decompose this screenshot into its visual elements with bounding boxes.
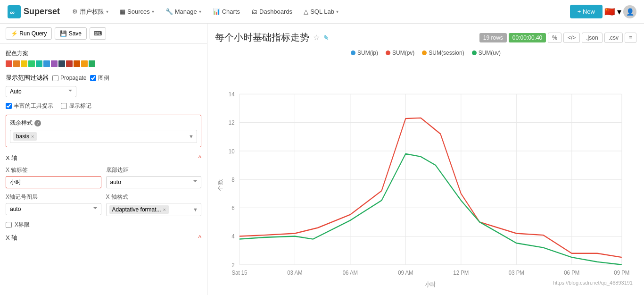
keyboard-button[interactable]: ⌨ [90, 27, 106, 40]
x-tick-group: X轴记号图层 auto [6, 193, 101, 216]
bottom-margin-select[interactable]: auto [106, 176, 202, 188]
new-button[interactable]: + New [570, 5, 603, 18]
color-swatch[interactable] [21, 60, 27, 67]
x-label-input[interactable] [6, 176, 101, 188]
auto-select[interactable]: Auto [6, 86, 76, 97]
time-badge: 00:00:00.40 [509, 33, 546, 42]
legend-dot-session [422, 51, 427, 55]
x-bound-checkbox[interactable] [6, 222, 12, 228]
x-axis-collapse-button[interactable]: ^ [198, 154, 201, 162]
show-markers-checkbox[interactable] [61, 103, 67, 109]
x-format-input[interactable]: Adaptative format... × ▼ [106, 203, 202, 216]
x-label-group: X 轴标签 [6, 166, 101, 188]
chart-actions: 19 rows 00:00:00.40 % </> .json .csv ≡ [479, 33, 636, 43]
rich-tooltip-checkbox[interactable] [6, 103, 12, 109]
code-button[interactable]: </> [563, 33, 580, 43]
nav-item-sqllab[interactable]: △ SQL Lab ▾ [299, 5, 343, 18]
legend-checkbox[interactable] [90, 75, 96, 81]
color-swatch[interactable] [89, 60, 95, 67]
rich-tooltip-text: 丰富的工具提示 [14, 102, 53, 110]
menu-button[interactable]: ≡ [625, 33, 636, 43]
nav-item-userperms[interactable]: ⚙ 用户权限 ▾ [67, 5, 113, 19]
filter-tag-title-row: 残余样式 ? [10, 119, 197, 127]
logo-text: Superset [24, 7, 60, 17]
svg-text:03 PM: 03 PM [509, 270, 524, 277]
color-swatch[interactable] [36, 60, 42, 67]
legend-label-session: SUM(session) [429, 50, 464, 56]
x-format-row: X轴记号图层 auto X 轴格式 Adaptative format... × [6, 193, 201, 216]
x-tick-select[interactable]: auto [6, 203, 101, 215]
color-swatch[interactable] [81, 60, 88, 67]
color-swatch[interactable] [51, 60, 58, 67]
x-format-value: Adaptative format... [112, 206, 161, 213]
legend-item-ip: SUM(ip) [351, 50, 378, 56]
checkbox-row: 丰富的工具提示 显示标记 [6, 102, 201, 110]
color-swatch[interactable] [74, 60, 80, 67]
svg-text:∞: ∞ [10, 8, 15, 16]
propagate-checkbox-label[interactable]: Propagate [52, 75, 86, 81]
filter-tag-title: 残余样式 [10, 119, 33, 127]
x-axis-header: X 轴 ^ [6, 154, 201, 162]
color-swatch[interactable] [43, 60, 50, 67]
basis-tag: basis × [13, 132, 37, 141]
auto-select-row: Auto [6, 86, 201, 97]
svg-text:小时: 小时 [425, 281, 436, 287]
color-swatch[interactable] [66, 60, 73, 67]
manage-icon: 🔧 [165, 8, 173, 15]
nav-label-dashboards: Dashboards [259, 8, 292, 15]
svg-text:12: 12 [229, 119, 235, 126]
svg-text:14: 14 [229, 91, 235, 98]
percent-button[interactable]: % [548, 33, 561, 43]
legend-label-text: 图例 [98, 74, 109, 82]
svg-text:10: 10 [229, 148, 235, 155]
sources-icon: ▦ [120, 8, 125, 15]
userperms-icon: ⚙ [72, 8, 78, 15]
x-zhou-collapse-button[interactable]: ^ [198, 234, 201, 242]
chevron-down-icon: ▾ [336, 9, 339, 14]
chevron-down-icon: ▾ [106, 9, 108, 14]
watermark: https://blog.csdn.net/qq_46893191 [553, 280, 633, 286]
svg-text:个数: 个数 [217, 179, 223, 191]
color-swatch[interactable] [13, 60, 20, 67]
color-swatch[interactable] [6, 60, 12, 67]
dashboards-icon: 🗂 [251, 8, 257, 15]
nav-item-charts[interactable]: 📊 Charts [208, 5, 245, 18]
run-query-button[interactable]: ⚡ Run Query [6, 27, 52, 40]
tag-input[interactable]: basis × ▼ [10, 130, 197, 143]
propagate-checkbox[interactable] [52, 75, 58, 81]
logo: ∞ Superset [8, 5, 60, 18]
tag-dropdown-icon[interactable]: ▼ [189, 134, 194, 139]
legend-dot-pv [386, 51, 390, 55]
x-format-dropdown-icon[interactable]: ▼ [193, 207, 198, 212]
chart-title: 每个小时基础指标走势 [215, 31, 309, 44]
right-panel: 每个小时基础指标走势 ☆ ✎ 19 rows 00:00:00.40 % </>… [207, 24, 644, 295]
svg-text:03 AM: 03 AM [287, 270, 302, 277]
show-markers-label[interactable]: 显示标记 [61, 102, 91, 110]
user-avatar[interactable]: 👤 [623, 5, 636, 18]
json-button[interactable]: .json [582, 33, 602, 43]
legend-label-uv: SUM(uv) [479, 50, 501, 56]
color-swatches [6, 60, 201, 67]
tag-close-icon[interactable]: × [31, 134, 34, 139]
csv-button[interactable]: .csv [604, 33, 623, 43]
legend-label-ip: SUM(ip) [357, 50, 378, 56]
nav-item-dashboards[interactable]: 🗂 Dashboards [247, 5, 297, 18]
rich-tooltip-label[interactable]: 丰富的工具提示 [6, 102, 53, 110]
svg-text:09 AM: 09 AM [398, 270, 413, 277]
nav-item-sources[interactable]: ▦ Sources ▾ [115, 5, 159, 18]
sqllab-icon: △ [304, 8, 308, 15]
language-flag[interactable]: 🇨🇳 ▾ [604, 7, 621, 17]
star-icon[interactable]: ☆ [313, 33, 320, 42]
x-axis-title: X 轴 [6, 154, 17, 162]
bottom-margin-label: 底部边距 [106, 166, 202, 174]
nav-label-sqllab: SQL Lab [310, 8, 334, 15]
edit-icon[interactable]: ✎ [323, 34, 329, 42]
save-button[interactable]: 💾 Save [55, 27, 87, 40]
nav-item-manage[interactable]: 🔧 Manage ▾ [161, 5, 206, 18]
nav-label-charts: Charts [222, 8, 240, 15]
x-format-close-icon[interactable]: × [163, 207, 166, 212]
color-swatch[interactable] [58, 60, 65, 67]
color-swatch[interactable] [28, 60, 35, 67]
legend-checkbox-label[interactable]: 图例 [90, 74, 109, 82]
color-scheme-label: 配色方案 [6, 50, 201, 58]
